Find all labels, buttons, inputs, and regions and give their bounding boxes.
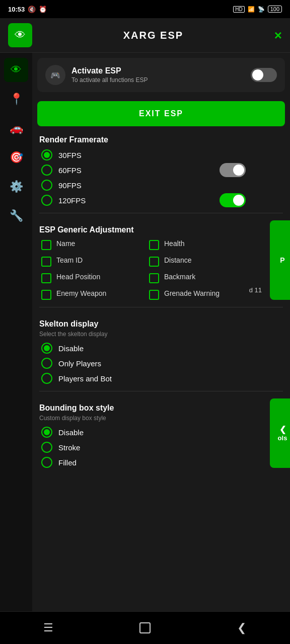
fps-60-label: 60FPS [58, 166, 82, 175]
sidebar-item-settings[interactable]: ⚙️ [4, 175, 28, 199]
exit-esp-button[interactable]: EXIT ESP [37, 101, 285, 126]
skelton-playersbot-radio[interactable] [41, 373, 52, 384]
status-right: HD 📶 📡 100 [233, 6, 282, 13]
nav-home-button[interactable] [130, 618, 160, 638]
skelton-players-label: Only Players [58, 359, 101, 368]
bbox-filled-radio[interactable] [41, 457, 52, 468]
home-icon [139, 622, 151, 633]
eye-icon: 👁 [11, 63, 22, 76]
fps-90-option[interactable]: 90FPS [41, 180, 246, 191]
health-checkbox[interactable] [149, 240, 159, 250]
enemyweapon-label: Enemy Weapon [56, 289, 106, 297]
sidebar-item-chip[interactable]: 🔧 [4, 204, 28, 228]
bbox-filled-option[interactable]: Filled [41, 457, 253, 468]
activate-esp-card: 🎮 Activate ESP To activate all functions… [37, 58, 285, 92]
esp-generic-section: ESP Generic Adjustment Name Health Team … [32, 220, 290, 300]
back-icon: ❮ [237, 621, 246, 634]
fps-60-radio[interactable] [41, 165, 52, 176]
skelton-players-option[interactable]: Only Players [41, 358, 281, 369]
render-framerate-title: Render Framerate [39, 135, 283, 144]
nav-menu-button[interactable]: ☰ [33, 618, 63, 638]
bounding-box-title: Bounding box style [39, 404, 255, 413]
health-checkbox-item[interactable]: Health [149, 239, 253, 250]
fps-120-toggle[interactable] [220, 193, 246, 207]
skelton-title: Skelton display [39, 319, 283, 329]
bounding-side-button[interactable]: ❮ ols [270, 398, 290, 468]
enemyweapon-checkbox-item[interactable]: Enemy Weapon [41, 289, 145, 300]
backmark-checkbox-item[interactable]: Backmark [149, 273, 253, 283]
skelton-subtitle: Select the skelton display [39, 331, 283, 338]
sidebar-item-eye[interactable]: 👁 [4, 58, 28, 82]
divider-1 [39, 213, 283, 213]
distance-checkbox[interactable] [149, 257, 159, 267]
bounding-box-subtitle: Custom display box style [39, 415, 255, 422]
esp-side-text: d 11 [249, 286, 262, 294]
divider-2 [39, 307, 283, 307]
health-label: Health [164, 239, 184, 248]
esp-icon: 🎮 [45, 65, 65, 85]
fps-60-toggle[interactable] [220, 163, 246, 177]
divider-3 [39, 391, 283, 391]
bbox-filled-label: Filled [58, 458, 77, 467]
distance-label: Distance [164, 256, 191, 264]
name-label: Name [56, 239, 75, 248]
main-layout: 👁 📍 🚗 🎯 ⚙️ 🔧 🎮 Activate ESP To activate … [0, 53, 290, 644]
bbox-stroke-radio[interactable] [41, 442, 52, 453]
teamid-checkbox-item[interactable]: Team ID [41, 256, 145, 267]
distance-checkbox-item[interactable]: Distance [149, 256, 253, 267]
bbox-stroke-option[interactable]: Stroke [41, 442, 253, 453]
battery-icon: 100 [268, 6, 282, 13]
app-icon: 👁 [8, 23, 32, 47]
bbox-disable-option[interactable]: Disable [41, 427, 253, 438]
skelton-disable-radio[interactable] [41, 343, 52, 354]
wifi-icon: 📡 [258, 6, 265, 13]
nav-back-button[interactable]: ❮ [227, 618, 257, 638]
sidebar-item-location[interactable]: 📍 [4, 87, 28, 111]
close-button[interactable]: × [274, 28, 282, 43]
fps-30-option[interactable]: 30FPS [41, 149, 246, 160]
fps-120-label: 120FPS [58, 196, 86, 205]
skelton-disable-label: Disable [58, 344, 84, 353]
bbox-stroke-label: Stroke [58, 443, 80, 452]
grenadewarning-checkbox-item[interactable]: Grenade Warning [149, 289, 253, 300]
fps-90-label: 90FPS [58, 181, 82, 190]
skelton-radio-group: Disable Only Players Players and Bot [39, 343, 283, 384]
backmark-label: Backmark [164, 273, 195, 281]
name-checkbox[interactable] [41, 240, 51, 250]
enemyweapon-checkbox[interactable] [41, 290, 51, 300]
chip-icon: 🔧 [10, 209, 23, 222]
fps-30-radio[interactable] [41, 149, 52, 160]
alarm-icon: ⏰ [39, 6, 47, 13]
headposition-checkbox[interactable] [41, 273, 51, 283]
skelton-players-radio[interactable] [41, 358, 52, 369]
skelton-playersbot-label: Players and Bot [58, 374, 112, 383]
car-icon: 🚗 [10, 122, 23, 135]
bbox-disable-label: Disable [58, 428, 84, 437]
backmark-checkbox[interactable] [149, 273, 159, 283]
skelton-playersbot-option[interactable]: Players and Bot [41, 373, 281, 384]
sidebar-item-vehicle[interactable]: 🚗 [4, 116, 28, 140]
fps-120-option[interactable]: 120FPS [41, 195, 246, 206]
headposition-label: Head Position [56, 273, 100, 281]
location-icon: 📍 [10, 93, 23, 106]
bbox-side-label: ols [278, 434, 287, 442]
skelton-disable-option[interactable]: Disable [41, 343, 281, 354]
teamid-label: Team ID [56, 256, 83, 264]
fps-90-radio[interactable] [41, 180, 52, 191]
activate-esp-toggle[interactable] [251, 68, 277, 82]
fps-120-radio[interactable] [41, 195, 52, 206]
teamid-checkbox[interactable] [41, 257, 51, 267]
activate-esp-title: Activate ESP [71, 66, 245, 75]
name-checkbox-item[interactable]: Name [41, 239, 145, 250]
grenadewarning-label: Grenade Warning [164, 289, 220, 297]
hd-badge: HD [233, 6, 244, 13]
grenadewarning-checkbox[interactable] [149, 290, 159, 300]
headposition-checkbox-item[interactable]: Head Position [41, 273, 145, 283]
esp-side-button[interactable]: P [270, 220, 290, 300]
bbox-side-arrow: ❮ [279, 425, 286, 434]
sidebar-item-crosshair[interactable]: 🎯 [4, 145, 28, 170]
signal-icon: 📶 [248, 6, 255, 13]
bbox-disable-radio[interactable] [41, 427, 52, 438]
render-framerate-section: Render Framerate 30FPS 60FPS 90FPS [32, 130, 290, 206]
fps-60-option[interactable]: 60FPS [41, 165, 246, 176]
